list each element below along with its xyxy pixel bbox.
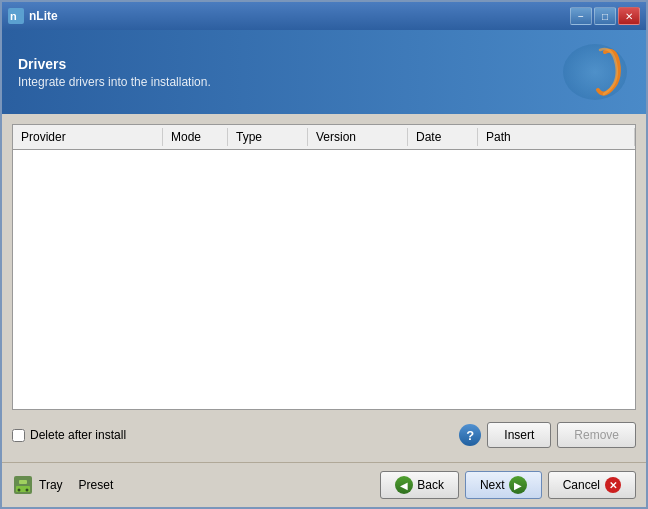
back-arrow-icon: ◀ xyxy=(395,476,413,494)
next-label: Next xyxy=(480,478,505,492)
cancel-label: Cancel xyxy=(563,478,600,492)
next-arrow-icon: ▶ xyxy=(509,476,527,494)
page-title: Drivers xyxy=(18,56,211,72)
main-window: n nLite − □ ✕ Drivers Integrate drivers … xyxy=(0,0,648,509)
delete-checkbox-text: Delete after install xyxy=(30,428,126,442)
header-section: Drivers Integrate drivers into the insta… xyxy=(2,30,646,114)
col-header-mode: Mode xyxy=(163,128,228,146)
col-header-path: Path xyxy=(478,128,635,146)
content-area: Provider Mode Type Version Date Path Del… xyxy=(2,114,646,462)
delete-after-install-label[interactable]: Delete after install xyxy=(12,428,126,442)
minimize-button[interactable]: − xyxy=(570,7,592,25)
col-header-type: Type xyxy=(228,128,308,146)
table-body xyxy=(13,150,635,409)
svg-rect-4 xyxy=(19,480,27,484)
bottom-controls: Delete after install ? Insert Remove xyxy=(12,418,636,452)
header-text: Drivers Integrate drivers into the insta… xyxy=(18,56,211,89)
logo-area xyxy=(560,42,630,102)
svg-point-6 xyxy=(26,489,29,492)
remove-button[interactable]: Remove xyxy=(557,422,636,448)
col-header-version: Version xyxy=(308,128,408,146)
page-subtitle: Integrate drivers into the installation. xyxy=(18,75,211,89)
col-header-provider: Provider xyxy=(13,128,163,146)
tray-icon xyxy=(12,474,34,496)
footer-left: Tray Preset xyxy=(12,474,113,496)
delete-after-install-checkbox[interactable] xyxy=(12,429,25,442)
title-bar-left: n nLite xyxy=(8,8,58,24)
preset-label[interactable]: Preset xyxy=(79,478,114,492)
back-label: Back xyxy=(417,478,444,492)
right-controls: ? Insert Remove xyxy=(459,422,636,448)
help-icon[interactable]: ? xyxy=(459,424,481,446)
tray-label: Tray xyxy=(39,478,63,492)
table-header: Provider Mode Type Version Date Path xyxy=(13,125,635,150)
app-logo xyxy=(560,42,630,102)
close-button[interactable]: ✕ xyxy=(618,7,640,25)
insert-button[interactable]: Insert xyxy=(487,422,551,448)
title-bar-controls: − □ ✕ xyxy=(570,7,640,25)
footer: Tray Preset ◀ Back Next ▶ Cancel ✕ xyxy=(2,462,646,507)
cancel-x-icon: ✕ xyxy=(605,477,621,493)
drivers-table: Provider Mode Type Version Date Path xyxy=(12,124,636,410)
svg-point-5 xyxy=(18,489,21,492)
cancel-button[interactable]: Cancel ✕ xyxy=(548,471,636,499)
app-icon: n xyxy=(8,8,24,24)
nav-buttons: ◀ Back Next ▶ Cancel ✕ xyxy=(380,471,636,499)
back-button[interactable]: ◀ Back xyxy=(380,471,459,499)
maximize-button[interactable]: □ xyxy=(594,7,616,25)
next-button[interactable]: Next ▶ xyxy=(465,471,542,499)
col-header-date: Date xyxy=(408,128,478,146)
window-title: nLite xyxy=(29,9,58,23)
svg-text:n: n xyxy=(10,10,17,22)
tray-button[interactable]: Tray xyxy=(12,474,63,496)
title-bar: n nLite − □ ✕ xyxy=(2,2,646,30)
